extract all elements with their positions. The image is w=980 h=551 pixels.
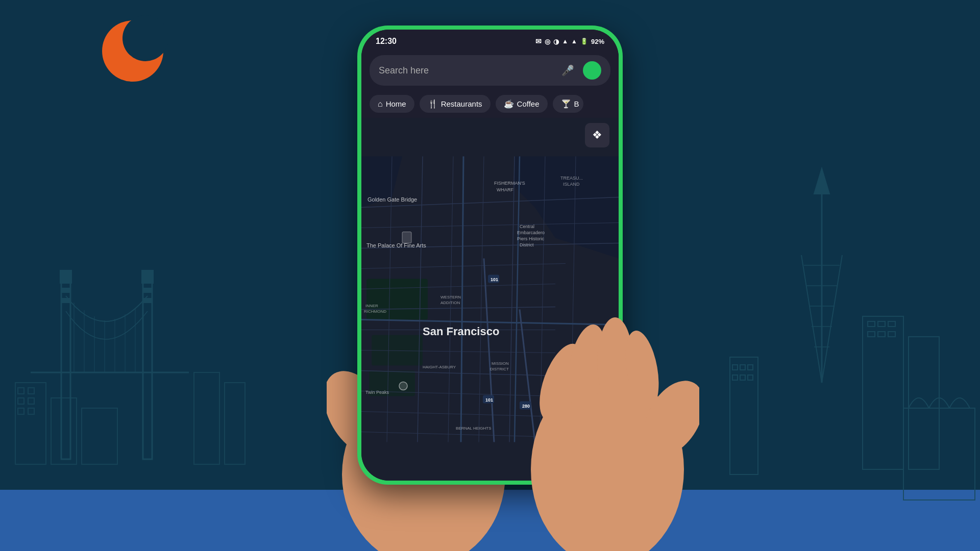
svg-text:ISLAND: ISLAND	[563, 182, 580, 187]
svg-text:RICHMOND: RICHMOND	[364, 309, 386, 314]
bar-icon: 🍸	[561, 99, 571, 109]
avatar-button[interactable]	[583, 61, 601, 80]
battery-icon: 🔋	[580, 38, 588, 45]
svg-text:HAIGHT-ASBURY: HAIGHT-ASBURY	[423, 365, 456, 369]
svg-text:Golden Gate Bridge: Golden Gate Bridge	[368, 196, 417, 203]
svg-point-101	[399, 382, 407, 390]
svg-rect-57	[366, 279, 428, 320]
svg-text:WHARF: WHARF	[497, 187, 513, 192]
scene: 12:30 ✉ ◎ ◑ ▲ ▲ 🔋 92% Search here	[0, 0, 980, 551]
chip-bar-label: B	[574, 99, 579, 108]
battery-percent: 92%	[591, 38, 604, 45]
svg-text:MISSION: MISSION	[492, 361, 509, 366]
chip-restaurants[interactable]: 🍴 Restaurants	[420, 95, 491, 113]
brightness-icon: ◑	[553, 38, 559, 45]
search-area: Search here 🎤	[361, 50, 619, 92]
svg-text:101: 101	[485, 397, 493, 403]
status-icons: ✉ ◎ ◑ ▲ ▲ 🔋 92%	[535, 37, 604, 45]
svg-text:FISHERMAN'S: FISHERMAN'S	[494, 181, 525, 186]
signal-icon: ▲	[571, 38, 577, 45]
mic-button[interactable]: 🎤	[558, 61, 577, 80]
svg-text:INNER: INNER	[365, 304, 378, 308]
chip-bar[interactable]: 🍸 B	[553, 95, 583, 113]
chip-home-label: Home	[386, 99, 406, 108]
svg-text:San Francisco: San Francisco	[423, 325, 499, 338]
restaurants-icon: 🍴	[428, 99, 438, 109]
search-input[interactable]: Search here	[379, 65, 552, 76]
svg-text:Twin Peaks: Twin Peaks	[365, 390, 389, 395]
svg-text:Embarcadero: Embarcadero	[517, 230, 545, 235]
svg-text:101: 101	[491, 277, 498, 282]
svg-text:WESTERN: WESTERN	[440, 295, 461, 299]
chip-coffee-label: Coffee	[517, 99, 540, 108]
location-icon: ◎	[545, 38, 550, 45]
home-icon: ⌂	[378, 99, 383, 109]
status-time: 12:30	[376, 37, 397, 46]
right-hand	[521, 316, 699, 551]
svg-text:Piers Historic: Piers Historic	[517, 236, 545, 241]
svg-text:BERNAL HEIGHTS: BERNAL HEIGHTS	[456, 426, 492, 431]
svg-text:DISTRICT: DISTRICT	[490, 367, 509, 371]
chip-restaurants-label: Restaurants	[441, 99, 482, 108]
svg-rect-85	[402, 232, 411, 243]
status-bar: 12:30 ✉ ◎ ◑ ▲ ▲ 🔋 92%	[361, 30, 619, 50]
svg-text:District: District	[520, 242, 534, 247]
coffee-icon: ☕	[504, 99, 514, 109]
chips-row: ⌂ Home 🍴 Restaurants ☕ Coffee 🍸 B	[361, 92, 619, 118]
wifi-icon: ▲	[562, 38, 568, 45]
svg-text:Central: Central	[520, 224, 534, 229]
svg-text:TREASU...: TREASU...	[560, 176, 583, 181]
chip-home[interactable]: ⌂ Home	[370, 95, 414, 113]
gmail-icon: ✉	[535, 37, 542, 45]
search-bar[interactable]: Search here 🎤	[370, 55, 610, 86]
layer-button[interactable]: ❖	[585, 123, 609, 147]
svg-text:The Palace Of Fine Arts: The Palace Of Fine Arts	[366, 242, 426, 248]
chip-coffee[interactable]: ☕ Coffee	[496, 95, 548, 113]
svg-text:ADDITION: ADDITION	[440, 300, 460, 305]
